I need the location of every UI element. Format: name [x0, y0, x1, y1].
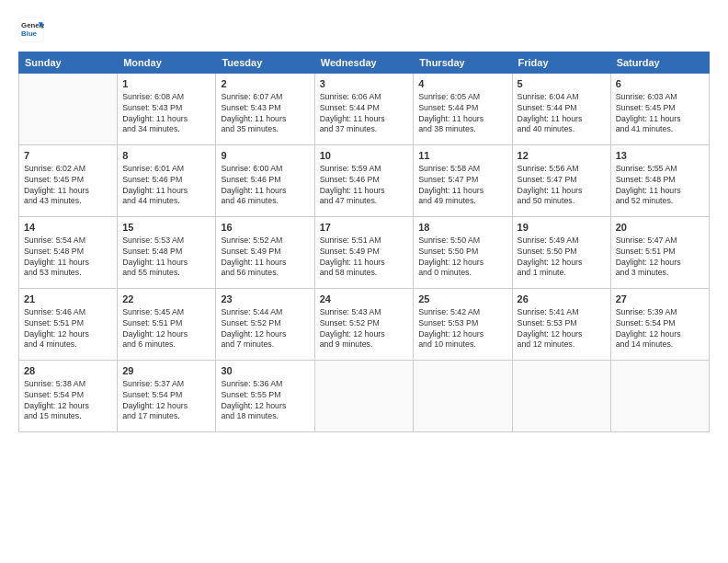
calendar-cell: 19Sunrise: 5:49 AM Sunset: 5:50 PM Dayli…	[512, 217, 610, 289]
weekday-header: Wednesday	[314, 52, 414, 74]
day-info: Sunrise: 6:01 AM Sunset: 5:46 PM Dayligh…	[122, 164, 210, 208]
day-number: 17	[320, 221, 409, 235]
calendar-cell: 23Sunrise: 5:44 AM Sunset: 5:52 PM Dayli…	[216, 289, 314, 361]
day-info: Sunrise: 5:44 AM Sunset: 5:52 PM Dayligh…	[221, 307, 309, 351]
day-number: 9	[221, 149, 309, 163]
calendar-cell: 2Sunrise: 6:07 AM Sunset: 5:43 PM Daylig…	[216, 74, 314, 145]
day-number: 21	[24, 293, 112, 306]
calendar-cell: 24Sunrise: 5:43 AM Sunset: 5:52 PM Dayli…	[314, 289, 414, 361]
calendar-cell: 18Sunrise: 5:50 AM Sunset: 5:50 PM Dayli…	[414, 217, 512, 289]
calendar-cell: 8Sunrise: 6:01 AM Sunset: 5:46 PM Daylig…	[118, 145, 216, 217]
calendar-cell: 3Sunrise: 6:06 AM Sunset: 5:44 PM Daylig…	[314, 74, 414, 145]
calendar-cell	[610, 361, 709, 432]
logo: General Blue	[18, 17, 46, 42]
day-info: Sunrise: 6:03 AM Sunset: 5:45 PM Dayligh…	[616, 92, 704, 136]
calendar-cell: 5Sunrise: 6:04 AM Sunset: 5:44 PM Daylig…	[512, 74, 610, 145]
day-number: 28	[24, 364, 112, 378]
day-info: Sunrise: 5:43 AM Sunset: 5:52 PM Dayligh…	[320, 307, 409, 351]
calendar-cell: 30Sunrise: 5:36 AM Sunset: 5:55 PM Dayli…	[216, 361, 314, 432]
day-number: 20	[616, 221, 704, 235]
day-number: 6	[616, 77, 704, 91]
day-number: 23	[221, 293, 309, 306]
day-info: Sunrise: 5:49 AM Sunset: 5:50 PM Dayligh…	[518, 236, 606, 280]
calendar-cell: 10Sunrise: 5:59 AM Sunset: 5:46 PM Dayli…	[314, 145, 414, 217]
calendar-cell: 17Sunrise: 5:51 AM Sunset: 5:49 PM Dayli…	[314, 217, 414, 289]
calendar-cell	[314, 361, 414, 432]
day-info: Sunrise: 5:50 AM Sunset: 5:50 PM Dayligh…	[418, 236, 506, 280]
day-number: 26	[518, 293, 606, 306]
calendar-cell	[19, 74, 118, 145]
calendar-week-row: 21Sunrise: 5:46 AM Sunset: 5:51 PM Dayli…	[19, 289, 710, 361]
calendar-cell	[512, 361, 610, 432]
day-info: Sunrise: 5:45 AM Sunset: 5:51 PM Dayligh…	[122, 307, 210, 351]
day-info: Sunrise: 5:54 AM Sunset: 5:48 PM Dayligh…	[24, 236, 112, 280]
day-info: Sunrise: 6:00 AM Sunset: 5:46 PM Dayligh…	[221, 164, 309, 208]
day-info: Sunrise: 6:05 AM Sunset: 5:44 PM Dayligh…	[418, 92, 506, 136]
day-info: Sunrise: 5:56 AM Sunset: 5:47 PM Dayligh…	[518, 164, 606, 208]
day-number: 18	[418, 221, 506, 235]
day-number: 8	[122, 149, 210, 163]
weekday-header: Tuesday	[216, 52, 314, 74]
day-info: Sunrise: 5:37 AM Sunset: 5:54 PM Dayligh…	[122, 379, 210, 423]
day-info: Sunrise: 5:52 AM Sunset: 5:49 PM Dayligh…	[221, 236, 309, 280]
logo-icon: General Blue	[18, 17, 44, 42]
day-number: 10	[320, 149, 409, 163]
day-number: 22	[122, 293, 210, 306]
day-number: 15	[122, 221, 210, 235]
day-info: Sunrise: 6:07 AM Sunset: 5:43 PM Dayligh…	[221, 92, 309, 136]
day-number: 1	[122, 77, 210, 91]
calendar-cell: 11Sunrise: 5:58 AM Sunset: 5:47 PM Dayli…	[414, 145, 512, 217]
calendar-cell: 29Sunrise: 5:37 AM Sunset: 5:54 PM Dayli…	[118, 361, 216, 432]
day-number: 25	[418, 293, 506, 306]
day-info: Sunrise: 5:47 AM Sunset: 5:51 PM Dayligh…	[616, 236, 704, 280]
day-info: Sunrise: 6:08 AM Sunset: 5:43 PM Dayligh…	[122, 92, 210, 136]
day-number: 5	[518, 77, 606, 91]
calendar-week-row: 1Sunrise: 6:08 AM Sunset: 5:43 PM Daylig…	[19, 74, 710, 145]
day-number: 11	[418, 149, 506, 163]
calendar-header-row: SundayMondayTuesdayWednesdayThursdayFrid…	[19, 52, 710, 74]
calendar-table: SundayMondayTuesdayWednesdayThursdayFrid…	[18, 52, 710, 432]
calendar-cell: 13Sunrise: 5:55 AM Sunset: 5:48 PM Dayli…	[610, 145, 709, 217]
calendar-cell: 21Sunrise: 5:46 AM Sunset: 5:51 PM Dayli…	[19, 289, 118, 361]
day-number: 14	[24, 221, 112, 235]
calendar-week-row: 14Sunrise: 5:54 AM Sunset: 5:48 PM Dayli…	[19, 217, 710, 289]
calendar-week-row: 7Sunrise: 6:02 AM Sunset: 5:45 PM Daylig…	[19, 145, 710, 217]
day-number: 27	[616, 293, 704, 306]
day-number: 24	[320, 293, 409, 306]
day-info: Sunrise: 5:46 AM Sunset: 5:51 PM Dayligh…	[24, 307, 112, 351]
calendar-cell: 6Sunrise: 6:03 AM Sunset: 5:45 PM Daylig…	[610, 74, 709, 145]
calendar-cell: 1Sunrise: 6:08 AM Sunset: 5:43 PM Daylig…	[118, 74, 216, 145]
day-number: 2	[221, 77, 309, 91]
day-info: Sunrise: 5:39 AM Sunset: 5:54 PM Dayligh…	[616, 307, 704, 351]
calendar-cell: 4Sunrise: 6:05 AM Sunset: 5:44 PM Daylig…	[414, 74, 512, 145]
calendar-week-row: 28Sunrise: 5:38 AM Sunset: 5:54 PM Dayli…	[19, 361, 710, 432]
weekday-header: Monday	[118, 52, 216, 74]
day-info: Sunrise: 5:42 AM Sunset: 5:53 PM Dayligh…	[418, 307, 506, 351]
calendar-cell: 7Sunrise: 6:02 AM Sunset: 5:45 PM Daylig…	[19, 145, 118, 217]
calendar-cell: 20Sunrise: 5:47 AM Sunset: 5:51 PM Dayli…	[610, 217, 709, 289]
day-number: 16	[221, 221, 309, 235]
day-info: Sunrise: 5:51 AM Sunset: 5:49 PM Dayligh…	[320, 236, 409, 280]
day-number: 19	[518, 221, 606, 235]
day-info: Sunrise: 5:58 AM Sunset: 5:47 PM Dayligh…	[418, 164, 506, 208]
header: General Blue	[18, 17, 710, 42]
day-info: Sunrise: 5:53 AM Sunset: 5:48 PM Dayligh…	[122, 236, 210, 280]
calendar-cell: 25Sunrise: 5:42 AM Sunset: 5:53 PM Dayli…	[414, 289, 512, 361]
day-info: Sunrise: 5:59 AM Sunset: 5:46 PM Dayligh…	[320, 164, 409, 208]
calendar-cell: 28Sunrise: 5:38 AM Sunset: 5:54 PM Dayli…	[19, 361, 118, 432]
calendar-cell	[414, 361, 512, 432]
day-info: Sunrise: 6:02 AM Sunset: 5:45 PM Dayligh…	[24, 164, 112, 208]
day-number: 12	[518, 149, 606, 163]
day-number: 7	[24, 149, 112, 163]
weekday-header: Saturday	[610, 52, 709, 74]
calendar-cell: 16Sunrise: 5:52 AM Sunset: 5:49 PM Dayli…	[216, 217, 314, 289]
day-info: Sunrise: 5:36 AM Sunset: 5:55 PM Dayligh…	[221, 379, 309, 423]
day-info: Sunrise: 5:55 AM Sunset: 5:48 PM Dayligh…	[616, 164, 704, 208]
calendar-cell: 26Sunrise: 5:41 AM Sunset: 5:53 PM Dayli…	[512, 289, 610, 361]
day-number: 13	[616, 149, 704, 163]
page: General Blue SundayMondayTuesdayWednesda…	[0, 0, 728, 563]
day-number: 30	[221, 364, 309, 378]
weekday-header: Friday	[512, 52, 610, 74]
day-number: 3	[320, 77, 409, 91]
svg-text:Blue: Blue	[21, 29, 38, 38]
